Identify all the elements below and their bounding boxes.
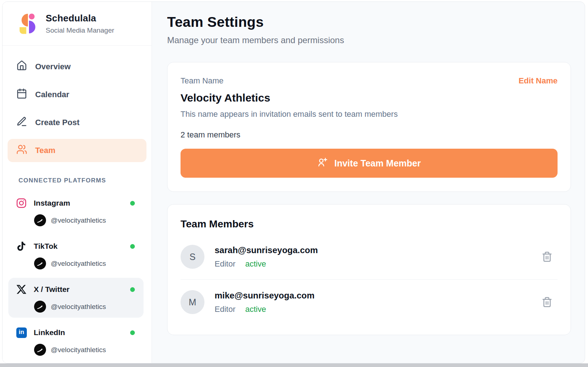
- app-tagline: Social Media Manager: [46, 26, 114, 34]
- sidebar-item-team[interactable]: Team: [8, 139, 146, 162]
- sidebar: Schedulala Social Media Manager Overview…: [3, 2, 152, 363]
- connected-status-dot: [130, 330, 135, 335]
- remove-member-button[interactable]: [539, 249, 555, 264]
- platform-row: Instagram: [16, 196, 140, 210]
- account-avatar: [34, 257, 46, 269]
- connected-status-dot: [130, 244, 135, 249]
- sidebar-item-label: Calendar: [35, 90, 69, 99]
- sidebar-item-label: Overview: [35, 62, 71, 71]
- app-window: Schedulala Social Media Manager Overview…: [2, 1, 585, 363]
- sidebar-item-label: Create Post: [35, 118, 79, 127]
- platform-account: @velocityathletics: [34, 214, 140, 226]
- account-handle: @velocityathletics: [51, 346, 106, 354]
- platform-account: @velocityathletics: [34, 344, 140, 356]
- primary-nav: Overview Calendar Create Post Team: [3, 46, 152, 168]
- edit-name-link[interactable]: Edit Name: [518, 76, 558, 86]
- team-member-count: 2 team members: [181, 130, 558, 140]
- sidebar-item-create-post[interactable]: Create Post: [8, 111, 146, 134]
- member-email: sarah@sunriseyoga.com: [215, 245, 539, 255]
- team-name-description: This name appears in invitation emails s…: [181, 110, 558, 119]
- team-members-heading: Team Members: [181, 218, 558, 230]
- account-handle: @velocityathletics: [51, 303, 106, 311]
- pencil-icon: [16, 116, 27, 129]
- platform-item-instagram[interactable]: Instagram @velocityathletics: [8, 191, 144, 231]
- platform-row: X / Twitter: [16, 282, 140, 297]
- trash-icon: [542, 251, 552, 262]
- page-subtitle: Manage your team members and permissions: [167, 35, 571, 45]
- x-twitter-icon: [16, 284, 27, 295]
- platform-name: X / Twitter: [34, 285, 130, 294]
- linkedin-icon: in: [16, 327, 27, 338]
- linkedin-glyph: in: [16, 327, 27, 338]
- brand-text: Schedulala Social Media Manager: [46, 13, 114, 34]
- platform-name: Instagram: [34, 199, 130, 207]
- account-avatar: [34, 214, 46, 226]
- platform-item-linkedin[interactable]: in LinkedIn @velocityathletics: [8, 321, 144, 361]
- instagram-icon: [16, 198, 27, 209]
- connected-status-dot: [130, 201, 135, 206]
- member-info: sarah@sunriseyoga.com Editor active: [215, 245, 539, 269]
- member-email: mike@sunriseyoga.com: [215, 290, 539, 301]
- member-role: Editor: [215, 259, 235, 269]
- team-name-label-row: Team Name Edit Name: [181, 76, 558, 86]
- tiktok-icon: [16, 241, 27, 252]
- member-role: Editor: [215, 305, 235, 314]
- page-title: Team Settings: [167, 14, 571, 30]
- horizontal-scrollbar[interactable]: [0, 363, 588, 367]
- team-name-card: Team Name Edit Name Velocity Athletics T…: [167, 62, 571, 192]
- platform-account: @velocityathletics: [34, 257, 140, 269]
- connected-status-dot: [130, 287, 135, 292]
- sidebar-item-calendar[interactable]: Calendar: [8, 83, 146, 106]
- account-avatar: [34, 301, 46, 313]
- platform-row: in LinkedIn: [16, 325, 140, 340]
- connected-platforms-heading: CONNECTED PLATFORMS: [18, 177, 152, 184]
- remove-member-button[interactable]: [539, 294, 555, 310]
- app-title: Schedulala: [46, 13, 114, 24]
- member-meta: Editor active: [215, 259, 539, 269]
- sidebar-item-overview[interactable]: Overview: [8, 55, 146, 78]
- team-name-value: Velocity Athletics: [181, 92, 558, 104]
- member-avatar: M: [181, 290, 204, 314]
- sidebar-item-label: Team: [35, 146, 55, 155]
- user-plus-icon: [317, 157, 328, 170]
- member-status: active: [245, 259, 266, 269]
- platform-item-x-twitter[interactable]: X / Twitter @velocityathletics: [8, 278, 144, 318]
- brand-header: Schedulala Social Media Manager: [3, 2, 152, 46]
- team-name-label: Team Name: [181, 76, 224, 86]
- calendar-icon: [16, 88, 27, 101]
- member-row: S sarah@sunriseyoga.com Editor active: [181, 234, 558, 279]
- trash-icon: [542, 297, 552, 308]
- member-status: active: [245, 305, 266, 314]
- platform-account: @velocityathletics: [34, 301, 140, 313]
- invite-team-member-button[interactable]: Invite Team Member: [181, 149, 558, 178]
- platform-name: TikTok: [34, 242, 130, 251]
- main-content: Team Settings Manage your team members a…: [152, 2, 585, 363]
- account-handle: @velocityathletics: [51, 217, 106, 224]
- schedulala-logo-icon: [16, 12, 39, 35]
- home-icon: [16, 60, 27, 73]
- platform-item-tiktok[interactable]: TikTok @velocityathletics: [8, 235, 144, 275]
- account-handle: @velocityathletics: [51, 260, 106, 268]
- account-avatar: [34, 344, 46, 356]
- users-icon: [16, 144, 27, 157]
- member-row: M mike@sunriseyoga.com Editor active: [181, 279, 558, 325]
- team-members-card: Team Members S sarah@sunriseyoga.com Edi…: [167, 204, 571, 335]
- invite-button-label: Invite Team Member: [334, 158, 421, 169]
- platform-name: LinkedIn: [34, 328, 130, 337]
- member-info: mike@sunriseyoga.com Editor active: [215, 290, 539, 314]
- platform-row: TikTok: [16, 239, 140, 253]
- member-meta: Editor active: [215, 305, 539, 314]
- member-avatar: S: [181, 245, 204, 269]
